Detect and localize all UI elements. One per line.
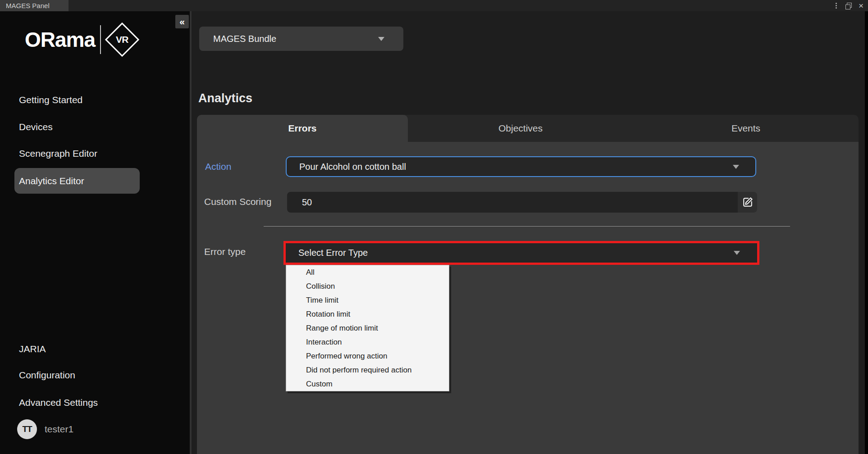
mages-panel-window: MAGES Panel × « ORama VR Getting Started… <box>0 0 868 454</box>
action-dropdown[interactable]: Pour Alcohol on cotton ball <box>286 156 756 177</box>
sidebar-item-scenegraph-editor[interactable]: Scenegraph Editor <box>19 148 97 159</box>
error-type-options-list: All Collision Time limit Rotation limit … <box>286 265 449 391</box>
action-dropdown-value: Pour Alcohol on cotton ball <box>287 162 406 172</box>
error-type-dropdown-value: Select Error Type <box>286 248 368 258</box>
sidebar <box>0 11 190 454</box>
section-divider <box>264 226 790 227</box>
error-type-option[interactable]: Did not perform required action <box>286 363 449 377</box>
sidebar-divider <box>190 11 192 454</box>
error-type-option[interactable]: Range of motion limit <box>286 321 449 335</box>
error-type-option[interactable]: Interaction <box>286 335 449 349</box>
page-title: Analytics <box>198 91 252 105</box>
edit-pencil-icon <box>741 195 754 209</box>
double-chevron-left-icon: « <box>179 16 185 27</box>
orama-vr-logo: ORama VR <box>25 23 138 56</box>
analytics-tabs: Errors Objectives Events <box>197 115 859 142</box>
action-label: Action <box>205 161 231 173</box>
chevron-down-icon <box>734 251 740 255</box>
logo-divider <box>100 25 101 54</box>
error-type-option[interactable]: Rotation limit <box>286 307 449 321</box>
tab-events[interactable]: Events <box>633 115 859 142</box>
window-tab-mages-panel[interactable]: MAGES Panel <box>0 0 69 11</box>
error-type-option[interactable]: Performed wrong action <box>286 349 449 363</box>
bundle-dropdown[interactable]: MAGES Bundle <box>199 27 403 51</box>
restore-window-icon[interactable] <box>845 4 850 8</box>
window-right-edge <box>865 11 868 454</box>
bundle-dropdown-value: MAGES Bundle <box>199 34 276 44</box>
error-type-option[interactable]: All <box>286 265 449 279</box>
error-type-option[interactable]: Custom <box>286 377 449 391</box>
vr-diamond-icon: VR <box>106 23 138 56</box>
tab-errors[interactable]: Errors <box>197 115 408 142</box>
sidebar-item-analytics-editor[interactable]: Analytics Editor <box>14 168 140 194</box>
user-account[interactable]: TT tester1 <box>17 419 73 439</box>
avatar: TT <box>17 419 37 439</box>
kebab-menu-icon[interactable] <box>836 3 837 9</box>
window-titlebar: MAGES Panel × <box>0 0 868 11</box>
custom-scoring-input[interactable]: 50 <box>287 192 738 213</box>
window-tab-label: MAGES Panel <box>6 2 50 9</box>
sidebar-item-jaria[interactable]: JARIA <box>19 343 46 355</box>
chevron-down-icon <box>733 165 739 169</box>
error-type-option[interactable]: Time limit <box>286 293 449 307</box>
edit-scoring-button[interactable] <box>738 192 757 213</box>
sidebar-item-getting-started[interactable]: Getting Started <box>19 94 82 106</box>
sidebar-item-devices[interactable]: Devices <box>19 121 53 133</box>
chevron-down-icon <box>378 37 384 41</box>
logo-text: ORama <box>25 27 95 52</box>
sidebar-item-configuration[interactable]: Configuration <box>19 369 75 381</box>
window-controls: × <box>836 0 863 11</box>
error-type-option[interactable]: Collision <box>286 279 449 293</box>
sidebar-collapse-button[interactable]: « <box>175 15 189 28</box>
tab-objectives[interactable]: Objectives <box>408 115 633 142</box>
sidebar-item-advanced-settings[interactable]: Advanced Settings <box>19 397 98 409</box>
error-type-label: Error type <box>204 246 246 258</box>
user-name: tester1 <box>45 424 73 435</box>
custom-scoring-field: 50 <box>287 192 757 213</box>
close-icon[interactable]: × <box>859 1 863 10</box>
error-type-dropdown[interactable]: Select Error Type <box>283 241 759 265</box>
custom-scoring-label: Custom Scoring <box>204 196 271 208</box>
